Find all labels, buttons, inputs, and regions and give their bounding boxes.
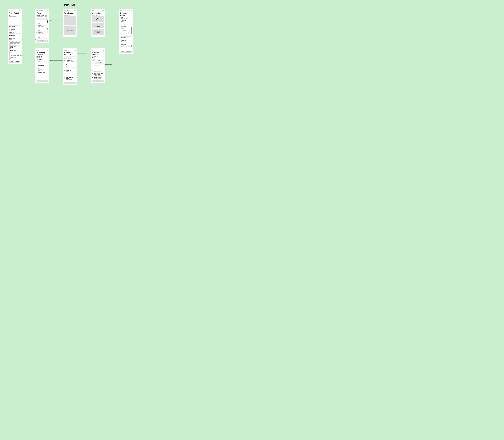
sorted-checkbox[interactable]: ✓ — [47, 32, 48, 33]
entry-list-item[interactable]: 2.Nardella Inc.Grapes | 120,000 lbsBlue … — [36, 25, 48, 28]
item-box: Blue box — [38, 27, 46, 28]
entry-list-item[interactable]: 1.Nardella Inc.Grapes | 120,000 lbsBlue … — [36, 21, 48, 25]
allocation-view-button[interactable]: Allocation — [64, 26, 76, 35]
entry-list-item[interactable]: 4.Nardella Inc.Grapes | 120,000 lbsBlue … — [36, 31, 48, 35]
complete-rescues-button[interactable]: Complete Rescues — [92, 23, 104, 28]
avatar[interactable] — [102, 10, 104, 11]
screen-remaining-produce-list: ‹ Wholesale › Open Rescue Remaining Prod… — [63, 48, 77, 85]
close-icon[interactable]: X — [130, 26, 130, 27]
save-button[interactable]: SAVE — [121, 51, 126, 53]
remaining-center-item[interactable]: 2.Ryeco Wholesale ProduceApples | 5,000 … — [64, 77, 76, 81]
avatar[interactable] — [74, 10, 76, 11]
sorted-checkbox[interactable]: ✓ — [47, 28, 48, 30]
item-number: 3. — [92, 70, 93, 71]
complete-rescue-item[interactable]: 1.Philabundance120,000 lbs | 12000 cases — [92, 64, 104, 67]
select-entry-dropdown[interactable]: Grapes⌄ — [121, 27, 131, 29]
entry-list-item[interactable]: 5.Nardella Inc.Grapes | 120,000 lbsBlue … — [36, 35, 48, 39]
vendor-name: Nardella Inc. — [36, 56, 48, 57]
select-option-2[interactable]: RYECO / Grapes / 10,000 lbs. / Blue box — [121, 31, 131, 34]
pill-black[interactable]: Black — [16, 33, 18, 34]
item-title: Ryeco Wholesale Produce — [66, 77, 76, 79]
sort-select[interactable]: Vendor (A - Z) ⌄ — [42, 18, 48, 20]
heading: Rescue Detail — [120, 12, 132, 16]
complete-rescue-item[interactable]: 3.Caring for Friends100,000 lbs | 10000 … — [92, 70, 104, 73]
sorted-checkbox[interactable] — [47, 36, 48, 37]
pill-none[interactable]: None — [19, 33, 22, 34]
pill-none2[interactable]: None — [20, 55, 23, 56]
new-rescue-button[interactable]: New Rescue — [92, 16, 104, 22]
remaining-left-item[interactable]: 2.Philabundance30 cases | 300 lbsNotes..… — [36, 68, 48, 71]
value-case-count[interactable] — [121, 35, 131, 37]
breadcrumb: ‹ Wholesale › Rescue Detail — [122, 10, 130, 11]
pill-wood2[interactable]: Wood — [13, 55, 16, 56]
breadcrumb: ‹ Wholesale › Open Rescue — [66, 50, 74, 51]
label-case-weight: CASE WEIGHT — [121, 37, 131, 38]
value-produce-type: Grapes — [9, 21, 20, 23]
save-button[interactable]: SAVE — [9, 61, 14, 63]
item-sub: 100,000 lbs | 10000 cases — [94, 75, 104, 76]
item-sub: Grapes | 120,000 lbs — [38, 37, 46, 37]
complete-rescue-item[interactable]: 2.Mighty Writers100,000 lbs | 10000 case… — [92, 67, 104, 70]
pallet-type-options: Blue Wood Black None — [9, 33, 20, 34]
item-number: 2. — [64, 64, 65, 65]
date-link[interactable]: 08/10/2022 — [99, 56, 103, 57]
item-box: Red box — [66, 66, 76, 67]
pill-blue2[interactable]: Blue — [10, 55, 13, 56]
remaining-left-item[interactable]: 3.Caring for Friends10 cases | 100 lbsNo… — [36, 71, 48, 75]
label-sorted-pallet-type: PALLET TYPE — [10, 54, 19, 55]
select-entry-dropdown-2[interactable]: Search by Produce/Vendor⌄ — [121, 45, 131, 47]
label-address: ADDRESS — [121, 23, 131, 24]
screen-entry: ‹ Wholesale › Entry Entry Monday, Aug. 7… — [35, 9, 49, 43]
label-sorted-case-weight: SORTED CASE WEIGHT — [10, 46, 19, 48]
avatar[interactable] — [19, 10, 20, 11]
label-select-entry-2: SELECT ENTRY — [121, 44, 131, 45]
value-case-weight[interactable] — [121, 38, 131, 39]
pill-blue[interactable]: Blue — [9, 33, 12, 34]
complete-rescue-item[interactable]: 4.Community Care Food & Clothing Pantry1… — [92, 73, 104, 76]
avatar[interactable] — [75, 50, 76, 51]
pill-wood[interactable]: Wood — [12, 33, 15, 34]
entry-view-button[interactable]: Entry — [64, 16, 76, 26]
date-step[interactable]: › — [103, 56, 104, 57]
date-link[interactable]: 8/10/2022 — [45, 15, 48, 16]
search-input[interactable]: Search — [92, 60, 97, 61]
sorted-checkbox[interactable] — [47, 25, 48, 26]
delete-button[interactable]: DELETE — [15, 61, 20, 63]
new-entry-button[interactable]: New Entry — [36, 40, 48, 42]
new-rescue-button[interactable]: New Rescue — [64, 82, 76, 84]
sorted-checkbox[interactable]: ✓ — [47, 21, 48, 23]
sort-select[interactable]: Vendor (A - Z) ⌄ — [98, 60, 104, 61]
label-pallet-count: PALLET COUNT — [9, 35, 20, 36]
entry-list-item[interactable]: 3.Nardella Inc.Grapes | 120,000 lbsBlue … — [36, 28, 48, 31]
remaining-center-item[interactable]: 1.Nardella, Inc.Grapes | 20,000 lbs left… — [64, 59, 76, 63]
complete-rescue-item[interactable]: 5.Share Food Program100,000 lbs | 10000 … — [92, 76, 104, 79]
checkbox-yes[interactable]: ✓ — [14, 41, 15, 42]
delete-button[interactable]: DELETE — [126, 51, 131, 53]
remaining-produce-button[interactable]: Remaining Produce — [92, 29, 104, 35]
logo-placeholder — [92, 50, 93, 51]
item-title: Nardella Inc. — [38, 25, 46, 26]
sorted-section: SORTED CASE COUNT 300 SORTED CASE WEIGHT… — [9, 42, 20, 60]
select-option-1[interactable]: Nardella / Grapes / 20,000 lbs. / Red bo… — [121, 29, 131, 31]
new-rescue-button[interactable]: New Rescue — [36, 80, 48, 82]
pill-black2[interactable]: Black — [16, 55, 19, 56]
item-sub: 120,000 lbs | 12000 cases — [94, 66, 104, 66]
viewby-select[interactable]: Organization's Name ⌄ — [95, 62, 103, 64]
heading: Allocation — [92, 12, 104, 14]
avatar[interactable] — [102, 50, 104, 51]
remaining-center-item[interactable]: 1.Nardella, Inc.Grapes | 20,000 lbs left… — [64, 69, 76, 73]
search-input[interactable]: Search — [64, 56, 76, 57]
item-box: Blue box — [38, 34, 46, 34]
avatar[interactable] — [131, 10, 132, 11]
item-notes: Notes... — [38, 70, 48, 71]
value-notes[interactable]: Notes — [121, 49, 131, 50]
item-number: 2. — [64, 74, 65, 75]
new-rescue-button[interactable]: New Rescue — [92, 80, 104, 82]
search-input[interactable]: Search — [36, 18, 42, 20]
remaining-center-item[interactable]: 2.Ryeco Wholesale ProduceTomatoes | 20,0… — [64, 63, 76, 68]
remaining-left-item[interactable]: 1.Mighty Writers50 cases | 300 lbsNotes.… — [36, 64, 48, 68]
avatar[interactable] — [47, 50, 48, 51]
value-sorted-case-count: 300 — [10, 44, 19, 45]
avatar[interactable] — [47, 10, 48, 11]
remaining-center-item[interactable]: 2.Pinto Brothers, Inc.Tomatoes | 20,000 … — [64, 73, 76, 77]
